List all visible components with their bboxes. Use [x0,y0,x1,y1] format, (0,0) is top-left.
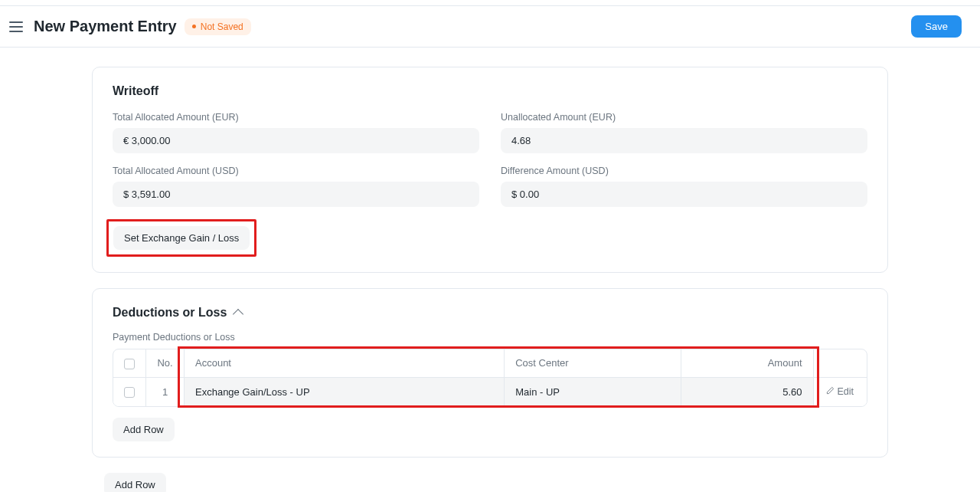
col-amount: Amount [681,349,813,377]
row-no: 1 [146,377,185,406]
row-account[interactable]: Exchange Gain/Loss - UP [185,377,505,406]
col-edit [813,349,867,377]
page-title: New Payment Entry [34,18,177,35]
table-row: 1 Exchange Gain/Loss - UP Main - UP 5.60… [113,377,867,406]
col-cost-center: Cost Center [505,349,681,377]
total-allocated-usd-label: Total Allocated Amount (USD) [113,166,479,176]
outer-add-row-button[interactable]: Add Row [104,473,166,492]
row-checkbox[interactable] [124,387,135,398]
total-allocated-usd-value: $ 3,591.00 [113,182,479,207]
add-row-button[interactable]: Add Row [113,418,175,441]
save-button[interactable]: Save [911,15,962,38]
deductions-sublabel: Payment Deductions or Loss [113,332,867,343]
status-dot-icon [192,25,196,28]
highlight-set-exchange: Set Exchange Gain / Loss [106,219,256,257]
difference-usd-label: Difference Amount (USD) [501,166,867,176]
row-edit[interactable]: Edit [813,377,867,406]
writeoff-section: Writeoff Total Allocated Amount (EUR) € … [92,67,888,273]
unallocated-eur-value: 4.68 [501,128,867,153]
status-badge: Not Saved [185,18,251,35]
unallocated-eur-label: Unallocated Amount (EUR) [501,112,867,123]
page-header: New Payment Entry Not Saved Save [0,6,980,48]
deductions-heading: Deductions or Loss [113,306,227,320]
total-allocated-eur-value: € 3,000.00 [113,128,479,153]
difference-usd-value: $ 0.00 [501,182,867,207]
writeoff-heading: Writeoff [113,84,867,98]
deductions-section: Deductions or Loss Payment Deductions or… [92,288,888,458]
row-amount[interactable]: 5.60 [681,377,813,406]
pencil-icon [826,386,835,397]
header-checkbox[interactable] [124,359,135,369]
deductions-table: No. Account Cost Center Amount 1 Exchang… [113,349,867,407]
set-exchange-gain-loss-button[interactable]: Set Exchange Gain / Loss [113,226,250,250]
menu-icon[interactable] [9,21,23,32]
total-allocated-eur-label: Total Allocated Amount (EUR) [113,112,479,123]
col-no: No. [146,349,185,377]
chevron-up-icon[interactable] [233,309,243,320]
row-cost-center[interactable]: Main - UP [505,377,681,406]
table-header-row: No. Account Cost Center Amount [113,349,867,377]
col-account: Account [185,349,505,377]
